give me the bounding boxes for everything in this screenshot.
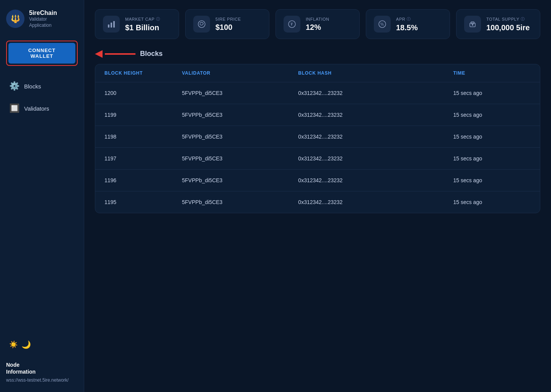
main-content: MARKET CAP ⓘ $1 Billion 5IRE PRICE $100 bbox=[84, 0, 551, 392]
apr-icon: % bbox=[374, 16, 391, 33]
cell-validator: 5FVPPb_di5CE3 bbox=[182, 177, 298, 183]
col-block-height: BLOCK HEIGHT bbox=[104, 70, 182, 76]
table-row[interactable]: 1198 5FVPPb_di5CE3 0x312342....23232 15 … bbox=[95, 126, 540, 148]
col-time: TIME bbox=[453, 70, 531, 76]
market-cap-value: $1 Billion bbox=[125, 23, 160, 32]
cell-block-hash: 0x312342....23232 bbox=[298, 199, 453, 205]
stat-market-cap: MARKET CAP ⓘ $1 Billion bbox=[95, 9, 179, 39]
table-row[interactable]: 1197 5FVPPb_di5CE3 0x312342....23232 15 … bbox=[95, 148, 540, 170]
svg-point-3 bbox=[198, 21, 205, 28]
cell-block-height: 1199 bbox=[104, 112, 182, 118]
cell-validator: 5FVPPb_di5CE3 bbox=[182, 155, 298, 162]
market-cap-content: MARKET CAP ⓘ $1 Billion bbox=[125, 16, 160, 32]
svg-text:%: % bbox=[380, 22, 384, 26]
svg-text:₮: ₮ bbox=[290, 22, 293, 26]
sun-icon[interactable]: ☀️ bbox=[9, 340, 18, 349]
col-block-hash: BLOCK HASH bbox=[298, 70, 453, 76]
5ire-price-value: $100 bbox=[215, 23, 241, 32]
total-supply-label: TOTAL SUPPLY ⓘ bbox=[486, 16, 530, 22]
red-line bbox=[105, 53, 135, 55]
total-supply-icon bbox=[464, 16, 481, 33]
cell-time: 15 secs ago bbox=[453, 199, 531, 205]
inflation-icon: ₮ bbox=[284, 16, 300, 33]
app-title: 5ireChain bbox=[29, 9, 57, 16]
cell-time: 15 secs ago bbox=[453, 90, 531, 96]
inflation-value: 12% bbox=[306, 23, 329, 32]
col-validator: VALIDATOR bbox=[182, 70, 298, 76]
inflation-content: INFLATION 12% bbox=[306, 17, 329, 32]
table-row[interactable]: 1195 5FVPPb_di5CE3 0x312342....23232 15 … bbox=[95, 191, 540, 213]
logo-icon: 🔱 bbox=[6, 10, 24, 28]
stat-apr: % APR ⓘ 18.5% bbox=[366, 9, 450, 39]
cell-time: 15 secs ago bbox=[453, 155, 531, 162]
cell-block-height: 1200 bbox=[104, 90, 182, 96]
connect-wallet-button[interactable]: CONNECT WALLET bbox=[8, 43, 75, 64]
cell-validator: 5FVPPb_di5CE3 bbox=[182, 90, 298, 96]
validators-label: Validators bbox=[24, 105, 49, 112]
svg-rect-0 bbox=[108, 24, 109, 28]
sidebar-nav: ⚙️ Blocks 🔲 Validators bbox=[6, 77, 78, 121]
table-row[interactable]: 1196 5FVPPb_di5CE3 0x312342....23232 15 … bbox=[95, 170, 540, 191]
blocks-section-header: Blocks bbox=[95, 50, 540, 58]
market-cap-info-icon: ⓘ bbox=[156, 16, 160, 22]
node-info-title: NodeInformation bbox=[6, 361, 78, 375]
inflation-label: INFLATION bbox=[306, 17, 329, 21]
stat-inflation: ₮ INFLATION 12% bbox=[276, 9, 360, 39]
stat-5ire-price: 5IRE PRICE $100 bbox=[185, 9, 269, 39]
cell-time: 15 secs ago bbox=[453, 112, 531, 118]
cell-block-height: 1196 bbox=[104, 177, 182, 183]
svg-rect-2 bbox=[113, 21, 115, 28]
cell-block-hash: 0x312342....23232 bbox=[298, 134, 453, 140]
stats-bar: MARKET CAP ⓘ $1 Billion 5IRE PRICE $100 bbox=[95, 9, 540, 39]
blocks-section-title: Blocks bbox=[140, 50, 163, 58]
table-header: BLOCK HEIGHT VALIDATOR BLOCK HASH TIME bbox=[95, 64, 540, 82]
node-info-url: wss://wss-testnet.5ire.network/ bbox=[6, 377, 78, 383]
stat-total-supply: TOTAL SUPPLY ⓘ 100,000 5ire bbox=[456, 9, 540, 39]
total-supply-info-icon: ⓘ bbox=[521, 16, 525, 22]
apr-label: APR ⓘ bbox=[396, 16, 418, 22]
5ire-price-label: 5IRE PRICE bbox=[215, 17, 241, 21]
sidebar: 🔱 5ireChain ValidatorApplication CONNECT… bbox=[0, 0, 84, 392]
apr-info-icon: ⓘ bbox=[407, 16, 411, 22]
cell-block-hash: 0x312342....23232 bbox=[298, 112, 453, 118]
apr-content: APR ⓘ 18.5% bbox=[396, 16, 418, 32]
cell-block-height: 1198 bbox=[104, 134, 182, 140]
sidebar-item-validators[interactable]: 🔲 Validators bbox=[6, 99, 78, 118]
sidebar-bottom: ☀️ 🌙 NodeInformation wss://wss-testnet.5… bbox=[6, 337, 78, 383]
connect-wallet-wrapper: CONNECT WALLET bbox=[6, 41, 78, 66]
cell-block-hash: 0x312342....23232 bbox=[298, 155, 453, 162]
cell-block-height: 1197 bbox=[104, 155, 182, 162]
table-row[interactable]: 1199 5FVPPb_di5CE3 0x312342....23232 15 … bbox=[95, 104, 540, 126]
cell-time: 15 secs ago bbox=[453, 177, 531, 183]
blocks-table: BLOCK HEIGHT VALIDATOR BLOCK HASH TIME 1… bbox=[95, 64, 540, 213]
logo-text: 5ireChain ValidatorApplication bbox=[29, 9, 57, 28]
total-supply-value: 100,000 5ire bbox=[486, 23, 530, 32]
blocks-icon: ⚙️ bbox=[9, 81, 20, 91]
cell-block-height: 1195 bbox=[104, 199, 182, 205]
svg-rect-1 bbox=[111, 23, 112, 28]
arrow-indicator bbox=[95, 50, 135, 58]
theme-toggle[interactable]: ☀️ 🌙 bbox=[6, 337, 78, 352]
moon-icon[interactable]: 🌙 bbox=[21, 340, 31, 349]
total-supply-content: TOTAL SUPPLY ⓘ 100,000 5ire bbox=[486, 16, 530, 32]
5ire-price-icon bbox=[193, 16, 210, 33]
market-cap-icon bbox=[103, 16, 120, 33]
red-arrow-icon bbox=[95, 50, 103, 58]
app-subtitle: ValidatorApplication bbox=[29, 16, 57, 28]
5ire-price-content: 5IRE PRICE $100 bbox=[215, 17, 241, 32]
svg-point-10 bbox=[472, 24, 473, 26]
validators-icon: 🔲 bbox=[9, 103, 20, 113]
apr-value: 18.5% bbox=[396, 23, 418, 32]
cell-validator: 5FVPPb_di5CE3 bbox=[182, 199, 298, 205]
node-information: NodeInformation wss://wss-testnet.5ire.n… bbox=[6, 361, 78, 383]
cell-block-hash: 0x312342....23232 bbox=[298, 177, 453, 183]
cell-block-hash: 0x312342....23232 bbox=[298, 90, 453, 96]
app-logo: 🔱 5ireChain ValidatorApplication bbox=[6, 9, 78, 28]
cell-validator: 5FVPPb_di5CE3 bbox=[182, 134, 298, 140]
table-row[interactable]: 1200 5FVPPb_di5CE3 0x312342....23232 15 … bbox=[95, 82, 540, 104]
market-cap-label: MARKET CAP ⓘ bbox=[125, 16, 160, 22]
sidebar-item-blocks[interactable]: ⚙️ Blocks bbox=[6, 77, 78, 96]
cell-validator: 5FVPPb_di5CE3 bbox=[182, 112, 298, 118]
cell-time: 15 secs ago bbox=[453, 134, 531, 140]
blocks-label: Blocks bbox=[24, 83, 41, 90]
